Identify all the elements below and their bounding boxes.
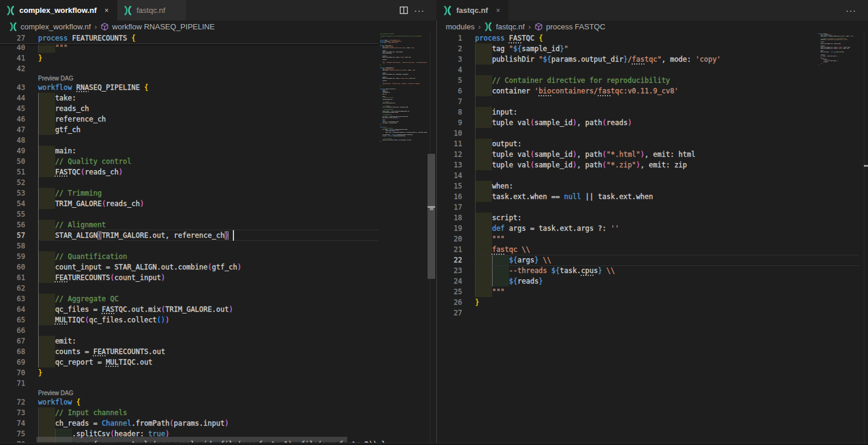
split-editor-icon[interactable]: [399, 6, 408, 15]
code-line-23: 23 --threads ${task.cpus} \\: [437, 265, 868, 276]
code-line-74: 74 ch_reads = Channel.fromPath(params.in…: [0, 418, 436, 429]
code-line-66: 66: [0, 325, 436, 336]
code-line-2: 2 tag "${sample_id}": [437, 43, 868, 54]
code-line-12: 12 tuple val(sample_id), path("*.html"),…: [437, 149, 868, 160]
editor-group-left: complex_workflow.nf × fastqc.nf × ··· co…: [0, 0, 436, 445]
codelens[interactable]: Preview DAG: [0, 389, 436, 397]
codelens[interactable]: Preview DAG: [0, 74, 436, 82]
code-line-5: 5 // Container directive for reproducibi…: [437, 75, 868, 86]
code-line-3: 3 publishDir "${params.output_dir}/fastq…: [437, 54, 868, 65]
code-line-47: 47 gtf_ch: [0, 124, 436, 135]
code-line-59: 59 // Quantification: [0, 251, 436, 262]
code-line-4: 4: [437, 65, 868, 75]
code-line-52: 52: [0, 177, 436, 188]
code-line-6: 6 container 'biocontainers/fastqc:v0.11.…: [437, 86, 868, 96]
code-line-67: 67 emit:: [0, 336, 436, 346]
code-line-61: 61 FEATURECOUNTS(count_input): [0, 272, 436, 283]
code-line-58: 58: [0, 241, 436, 251]
current-line-highlight: [474, 255, 859, 266]
tab-fastqc-left[interactable]: fastqc.nf ×: [117, 0, 186, 21]
vscode-window: complex_workflow.nf × fastqc.nf × ··· co…: [0, 0, 868, 445]
symbol-cube-icon: [100, 22, 109, 31]
code-line-17: 17: [437, 202, 868, 213]
more-actions-icon[interactable]: ···: [414, 5, 425, 15]
code-line-51: 51 FASTQC(reads_ch): [0, 167, 436, 177]
overview-cursor-marker: [864, 165, 868, 167]
code-line-18: 18 script:: [437, 213, 868, 223]
editor-group-sash[interactable]: [436, 21, 437, 445]
code-line-11: 11 output:: [437, 139, 868, 149]
code-line-53: 53 // Trimming: [0, 188, 436, 198]
code-line-65: 65 MULTIQC(qc_files.collect()): [0, 315, 436, 325]
code-line-8: 8 input:: [437, 107, 868, 117]
code-line-7: 7: [437, 96, 868, 107]
code-line-70: 70}: [0, 368, 436, 378]
breadcrumb-item[interactable]: workflow RNASEQ_PIPELINE: [112, 22, 215, 31]
breadcrumb-separator: ›: [478, 22, 480, 31]
code-line-13: 13 tuple val(sample_id), path("*.zip"), …: [437, 160, 868, 170]
code-line-54: 54 TRIM_GALORE(reads_ch): [0, 198, 436, 209]
sticky-scroll-line[interactable]: 27process FEATURECOUNTS {: [0, 33, 378, 44]
code-line-50: 50 // Quality control: [0, 156, 436, 167]
tab-label: fastqc.nf: [456, 6, 488, 15]
close-icon[interactable]: ×: [102, 6, 111, 15]
editor-right[interactable]: 1process FASTQC {2 tag "${sample_id}"3 p…: [437, 33, 868, 445]
breadcrumb-left: complex_workflow.nf›workflow RNASEQ_PIPE…: [0, 21, 436, 33]
code-line-16: 16 task.ext.when == null || task.ext.whe…: [437, 191, 868, 202]
editor-group-right: fastqc.nf × ··· modules›fastqc.nf›proces…: [437, 0, 868, 445]
code-line-73: 73 // Input channels: [0, 407, 436, 418]
code-line-41: 41}: [0, 53, 436, 63]
more-actions-icon[interactable]: ···: [846, 5, 856, 15]
code-line-19: 19 def args = task.ext.args ?: '': [437, 223, 868, 234]
tab-fastqc-right[interactable]: fastqc.nf ×: [437, 0, 508, 21]
breadcrumb-right: modules›fastqc.nf›process FASTQC: [437, 21, 868, 33]
nextflow-file-icon: [484, 22, 493, 31]
breadcrumb-item[interactable]: fastqc.nf: [496, 22, 524, 31]
code-line-69: 69 qc_report = MULTIQC.out: [0, 357, 436, 368]
editor-actions-right: ···: [846, 0, 868, 21]
code-line-14: 14: [437, 170, 868, 181]
editor-actions-left: ···: [399, 0, 436, 21]
code-line-44: 44 take:: [0, 93, 436, 103]
horizontal-scrollbar-left[interactable]: [36, 437, 347, 442]
code-line-9: 9 tuple val(sample_id), path(reads): [437, 117, 868, 128]
code-line-25: 25 """: [437, 286, 868, 297]
code-line-71: 71: [0, 378, 436, 389]
code-line-46: 46 reference_ch: [0, 114, 436, 124]
tab-bar-left: complex_workflow.nf × fastqc.nf × ···: [0, 0, 436, 21]
current-line-highlight: [38, 230, 378, 241]
overview-ruler-border: [864, 33, 864, 445]
code-line-62: 62: [0, 283, 436, 294]
code-line-64: 64 qc_files = FASTQC.out.mix(TRIM_GALORE…: [0, 304, 436, 315]
code-line-27: 27: [437, 308, 868, 318]
tab-bar-right: fastqc.nf × ···: [437, 0, 868, 21]
breadcrumb-item[interactable]: process FASTQC: [546, 22, 605, 31]
breadcrumb-item[interactable]: complex_workflow.nf: [21, 22, 91, 31]
tab-complex-workflow[interactable]: complex_workflow.nf ×: [0, 0, 117, 21]
tab-label: fastqc.nf: [137, 6, 165, 15]
code-line-10: 10: [437, 128, 868, 139]
nextflow-file-icon: [443, 6, 452, 15]
code-line-1: 1process FASTQC {: [437, 33, 868, 43]
minimap-right[interactable]: process FASTQC { tag "${sample_id}" publ…: [816, 33, 864, 444]
code-line-26: 26}: [437, 297, 868, 308]
text-cursor: [233, 230, 234, 241]
code-line-15: 15 when:: [437, 181, 868, 191]
breadcrumb-separator: ›: [94, 22, 97, 31]
tab-label: complex_workflow.nf: [19, 6, 97, 15]
code-line-21: 21 fastqc \\: [437, 244, 868, 255]
code-line-45: 45 reads_ch: [0, 103, 436, 114]
editor-left[interactable]: 40 """41}42Preview DAG43workflow RNASEQ_…: [0, 33, 436, 445]
nextflow-file-icon: [6, 6, 15, 15]
nextflow-file-icon: [9, 22, 18, 31]
code-line-72: 72workflow {: [0, 397, 436, 407]
code-line-56: 56 // Alignment: [0, 220, 436, 230]
code-line-60: 60 count_input = STAR_ALIGN.out.combine(…: [0, 262, 436, 272]
nextflow-file-icon: [123, 6, 133, 15]
vertical-scrollbar-left[interactable]: [428, 154, 435, 279]
breadcrumb-item[interactable]: modules: [446, 22, 474, 31]
code-line-55: 55: [0, 209, 436, 220]
close-icon[interactable]: ×: [493, 6, 503, 15]
symbol-cube-icon: [534, 22, 543, 31]
minimap-left[interactable]: #!/usr/bin/env nextflow/* * Complex Next…: [378, 33, 428, 444]
